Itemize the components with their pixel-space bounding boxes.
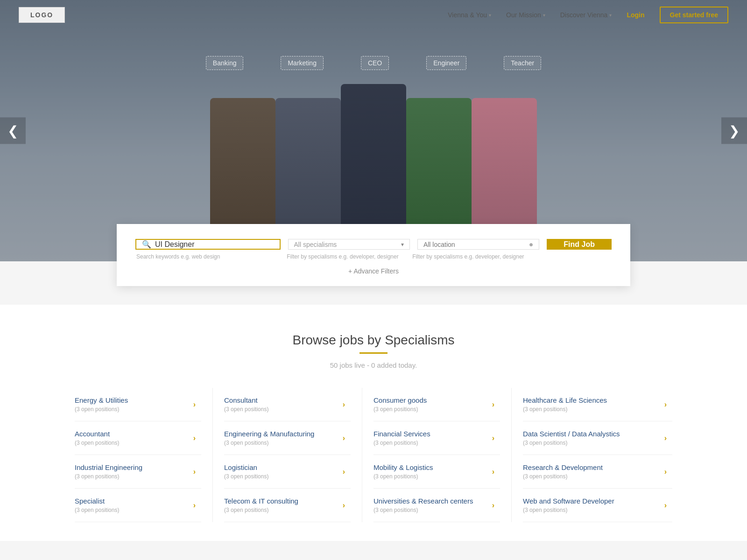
list-item[interactable]: Industrial Engineering (3 open positions… (75, 455, 201, 489)
advance-filters-toggle[interactable]: + Advance Filters (135, 267, 612, 275)
list-item[interactable]: Data Scientist / Data Analystics (3 open… (523, 421, 672, 455)
chevron-right-icon: › (343, 434, 345, 442)
list-item[interactable]: Mobility & Logistics (3 open positions) … (374, 455, 500, 489)
hero-prev-button[interactable]: ❮ (0, 118, 26, 144)
chevron-down-icon: ▾ (489, 13, 491, 18)
navbar: LOGO Vienna & You ▾ Our Mission ▾ Discov… (0, 0, 747, 30)
list-item[interactable]: Research & Development (3 open positions… (523, 455, 672, 489)
list-item[interactable]: Logistician (3 open positions) › (224, 455, 351, 489)
list-item[interactable]: Energy & Utilities (3 open positions) › (75, 388, 201, 421)
search-box: 🔍 All specialisms ▾ ● Find Job Search ke… (117, 224, 630, 286)
bubble-banking: Banking (206, 56, 244, 70)
browse-title: Browse jobs by Specialisms (75, 333, 672, 348)
search-icon: 🔍 (142, 240, 151, 249)
keyword-hint: Search keywords e.g. web design (135, 253, 286, 260)
list-item[interactable]: Healthcare & Life Sciences (3 open posit… (523, 388, 672, 421)
bubble-engineer: Engineer (426, 56, 466, 70)
list-item[interactable]: Consultant (3 open positions) › (224, 388, 351, 421)
chevron-right-icon: › (492, 434, 494, 442)
job-col-1: Consultant (3 open positions) › Engineer… (224, 388, 362, 522)
location-icon: ● (529, 240, 534, 249)
login-link[interactable]: Login (627, 11, 644, 19)
location-hint: Filter by specialisms e.g. developer, de… (411, 253, 537, 260)
chevron-down-icon: ▾ (609, 13, 612, 18)
search-row: 🔍 All specialisms ▾ ● Find Job (135, 239, 612, 250)
list-item[interactable]: Accountant (3 open positions) › (75, 421, 201, 455)
job-col-0: Energy & Utilities (3 open positions) › … (75, 388, 213, 522)
chevron-right-icon: › (343, 468, 345, 476)
bubble-teacher: Teacher (504, 56, 541, 70)
browse-section: Browse jobs by Specialisms 50 jobs live … (0, 305, 747, 541)
chevron-right-icon: › (193, 468, 196, 476)
browse-underline (359, 352, 388, 354)
hero-next-button[interactable]: ❯ (721, 118, 747, 144)
chevron-down-icon: ▾ (401, 241, 404, 248)
specialism-wrap: All specialisms ▾ (288, 239, 410, 250)
list-item[interactable]: Engineering & Manufacturing (3 open posi… (224, 421, 351, 455)
chevron-right-icon: › (193, 400, 196, 409)
chevron-right-icon: › (193, 434, 196, 442)
specialism-select[interactable]: All specialisms (294, 241, 404, 248)
chevron-down-icon: ▾ (543, 13, 545, 18)
list-item[interactable]: Specialist (3 open positions) › (75, 489, 201, 522)
chevron-right-icon: › (664, 434, 667, 442)
list-item[interactable]: Consumer goods (3 open positions) › (374, 388, 500, 421)
chevron-right-icon: › (492, 501, 494, 510)
nav-discover-vienna[interactable]: Discover Vienna ▾ (560, 11, 612, 19)
nav-vienna-you[interactable]: Vienna & You ▾ (448, 11, 491, 19)
chevron-right-icon: › (492, 400, 494, 409)
bubble-ceo: CEO (361, 56, 389, 70)
list-item[interactable]: Web and Software Developer (3 open posit… (523, 489, 672, 522)
nav-our-mission[interactable]: Our Mission ▾ (506, 11, 545, 19)
chevron-right-icon: › (343, 400, 345, 409)
hero-section: ❮ ❯ Banking Marketing CEO Engineer Teach… (0, 0, 747, 261)
bubble-marketing: Marketing (281, 56, 323, 70)
chevron-right-icon: › (664, 468, 667, 476)
chevron-right-icon: › (664, 501, 667, 510)
job-grid: Energy & Utilities (3 open positions) › … (75, 388, 672, 522)
chevron-right-icon: › (664, 400, 667, 409)
list-item[interactable]: Universities & Research centers (3 open … (374, 489, 500, 522)
job-col-3: Healthcare & Life Sciences (3 open posit… (523, 388, 672, 522)
specialism-hint: Filter by specialisms e.g. developer, de… (286, 253, 411, 260)
keyword-input[interactable] (155, 240, 274, 249)
browse-subtitle: 50 jobs live - 0 added today. (75, 361, 672, 369)
find-job-button[interactable]: Find Job (547, 239, 612, 250)
nav-links: Vienna & You ▾ Our Mission ▾ Discover Vi… (448, 7, 728, 23)
job-col-2: Consumer goods (3 open positions) › Fina… (374, 388, 512, 522)
keyword-input-wrap: 🔍 (135, 239, 281, 250)
chevron-right-icon: › (193, 501, 196, 510)
speech-bubbles: Banking Marketing CEO Engineer Teacher (0, 56, 747, 70)
location-wrap: ● (417, 239, 539, 250)
chevron-right-icon: › (343, 501, 345, 510)
chevron-right-icon: › (492, 468, 494, 476)
logo[interactable]: LOGO (19, 7, 65, 23)
location-input[interactable] (423, 241, 533, 248)
get-started-button[interactable]: Get started free (660, 7, 728, 23)
search-hints: Search keywords e.g. web design Filter b… (135, 253, 612, 260)
list-item[interactable]: Telecom & IT consulting (3 open position… (224, 489, 351, 522)
list-item[interactable]: Financial Services (3 open positions) › (374, 421, 500, 455)
